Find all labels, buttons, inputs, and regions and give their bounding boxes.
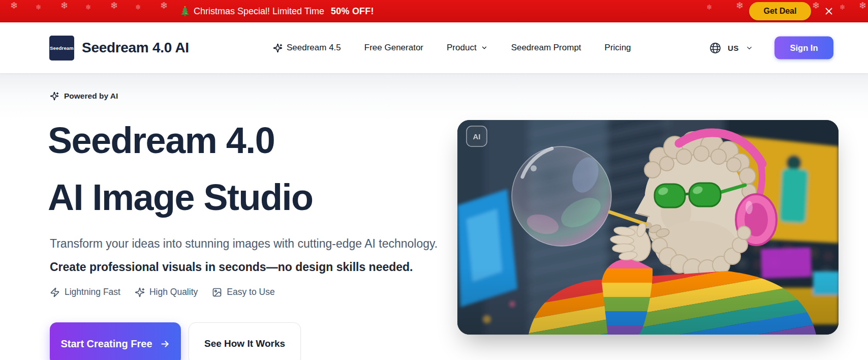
globe-icon (709, 42, 721, 54)
banner-discount: 50% OFF! (331, 6, 374, 17)
sparkles-icon (135, 287, 145, 297)
ai-watermark: AI (467, 126, 487, 146)
heading-line-1: Seedream 4.0 (48, 112, 313, 169)
chevron-down-icon (746, 44, 753, 52)
nav-free-generator[interactable]: Free Generator (364, 43, 423, 53)
locale-code: US (728, 44, 739, 52)
powered-by-ai-badge: Powered by AI (50, 92, 118, 101)
hero-image: AI (457, 120, 839, 335)
banner-text: Christmas Special! Limited Time (194, 6, 324, 17)
main-nav: Seedream 4.5 Free Generator Product Seed… (273, 22, 631, 73)
sparkles-icon (273, 43, 283, 53)
feature-label: High Quality (149, 287, 198, 297)
nav-seedream-prompt[interactable]: Seedream Prompt (511, 43, 581, 53)
locale-switcher[interactable]: US (709, 22, 753, 73)
snowflake-icon: ❄ (160, 1, 168, 10)
heading-line-2: AI Image Studio (48, 169, 313, 226)
image-icon (212, 287, 222, 297)
banner-close-button[interactable] (823, 5, 835, 17)
arrow-right-icon (160, 339, 170, 349)
soap-bubble (512, 146, 611, 246)
feature-list: Lightning Fast High Quality Easy to Use (50, 287, 275, 297)
sparkles-icon (50, 92, 59, 101)
snowflake-icon: ❄ (859, 1, 866, 10)
feature-high-quality: High Quality (135, 287, 198, 297)
feature-label: Lightning Fast (65, 287, 120, 297)
hero-heading: Seedream 4.0 AI Image Studio (48, 112, 313, 226)
statue-bubble-illustration: AI (457, 120, 839, 335)
x-icon (823, 6, 834, 17)
cta-label: See How It Works (204, 338, 285, 349)
page: ❄ ❄ ❄ ❄ ❄ ❄ ❄ ❄ ❄ ❄ ❄ ❄ Christmas Specia… (0, 0, 868, 360)
cta-row: Start Creating Free See How It Works (50, 322, 301, 360)
site-header: Seedream Seedream 4.0 AI Seedream 4.5 Fr… (0, 22, 868, 73)
feature-easy-to-use: Easy to Use (212, 287, 274, 297)
sign-in-button[interactable]: Sign In (774, 37, 833, 59)
nav-seedream-45[interactable]: Seedream 4.5 (273, 43, 341, 53)
see-how-it-works-button[interactable]: See How It Works (189, 322, 301, 360)
lightning-icon (50, 287, 60, 297)
nav-label: Product (447, 43, 477, 53)
feature-label: Easy to Use (227, 287, 274, 297)
hero-subtitle: Transform your ideas into stunning image… (50, 235, 438, 252)
snowflake-icon: ❄ (10, 1, 18, 10)
snowflake-icon: ❄ (736, 1, 743, 10)
site-title: Seedream 4.0 AI (82, 40, 189, 56)
nav-label: Pricing (605, 43, 631, 53)
nav-label: Free Generator (364, 43, 423, 53)
brand[interactable]: Seedream Seedream 4.0 AI (49, 22, 189, 73)
cta-label: Start Creating Free (60, 338, 152, 350)
snowflake-icon: ❄ (706, 4, 712, 11)
christmas-tree-icon (181, 6, 189, 16)
seedream-logo: Seedream (49, 36, 74, 61)
snowflake-icon: ❄ (60, 1, 68, 10)
nav-product[interactable]: Product (447, 43, 488, 53)
chevron-down-icon (481, 44, 488, 51)
nav-label: Seedream Prompt (511, 43, 581, 53)
banner-message: Christmas Special! Limited Time 50% OFF! (181, 0, 374, 22)
feature-lightning-fast: Lightning Fast (50, 287, 120, 297)
logo-text: Seedream (50, 45, 74, 51)
snowflake-icon: ❄ (840, 4, 846, 11)
snowflake-icon: ❄ (812, 1, 820, 10)
get-deal-button[interactable]: Get Deal (749, 2, 811, 20)
nav-pricing[interactable]: Pricing (605, 43, 631, 53)
promo-banner: ❄ ❄ ❄ ❄ ❄ ❄ ❄ ❄ ❄ ❄ ❄ ❄ Christmas Specia… (0, 0, 868, 22)
snowflake-icon: ❄ (85, 4, 91, 11)
snowflake-icon: ❄ (135, 4, 141, 11)
hero-section: Powered by AI Seedream 4.0 AI Image Stud… (0, 73, 868, 360)
snowflake-icon: ❄ (110, 1, 118, 10)
snowflake-icon: ❄ (36, 4, 42, 11)
start-creating-button[interactable]: Start Creating Free (50, 322, 181, 360)
watermark-text: AI (473, 132, 481, 141)
nav-label: Seedream 4.5 (287, 43, 341, 53)
badge-label: Powered by AI (64, 92, 118, 101)
hero-subtitle-bold: Create professional visuals in seconds—n… (50, 258, 413, 276)
